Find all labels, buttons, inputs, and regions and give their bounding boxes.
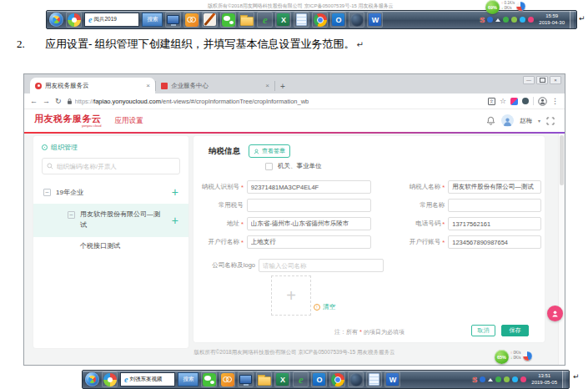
common-name-input[interactable]: [448, 199, 541, 212]
taskbar-search-button[interactable]: 搜索: [142, 13, 163, 27]
logo-upload-box[interactable]: +: [271, 275, 311, 316]
outlook-icon[interactable]: [330, 12, 346, 28]
word-icon[interactable]: [367, 12, 383, 28]
bell-icon[interactable]: [486, 116, 495, 125]
tray-expand-icon[interactable]: [495, 18, 500, 22]
close-button[interactable]: ×: [550, 76, 561, 84]
fullscreen-icon[interactable]: [546, 117, 555, 125]
tray-blue-icon[interactable]: [480, 376, 485, 382]
dark-planet-browser-icon[interactable]: [349, 12, 364, 28]
browser-speed-ball-icon[interactable]: [523, 351, 532, 361]
tree-node-19year[interactable]: − 19年企业 +: [33, 183, 188, 201]
bank-name-input[interactable]: [247, 235, 372, 249]
bookmark-star-icon[interactable]: ☆: [500, 98, 506, 105]
excel-icon[interactable]: [274, 371, 290, 387]
back-button[interactable]: ←: [30, 98, 38, 105]
folder-icon[interactable]: [256, 371, 272, 387]
forward-button[interactable]: →: [43, 98, 50, 105]
net-speed-widget-top[interactable]: 69% ↑ 0.1K/s ↓ 0K/s: [485, 0, 525, 14]
org-search-input[interactable]: [57, 163, 175, 170]
outlook-icon[interactable]: [311, 371, 327, 387]
restore-button[interactable]: [536, 76, 548, 84]
collapse-icon[interactable]: −: [68, 211, 75, 219]
translate-icon[interactable]: [488, 98, 495, 105]
customer-service-button[interactable]: [547, 306, 563, 321]
tab-tax-cloud[interactable]: 用友税务服务云 ×: [30, 78, 155, 93]
sogou-tray-icon[interactable]: [472, 376, 477, 384]
tray-green-icon[interactable]: [503, 17, 509, 23]
checkbox[interactable]: [265, 163, 273, 170]
windows-start-button[interactable]: [49, 13, 63, 27]
org-search-box[interactable]: [42, 158, 180, 174]
address-bar[interactable]: https://fapiao.yonyoucloud.com/ent-views…: [67, 98, 483, 105]
chrome-icon[interactable]: [312, 12, 328, 28]
computer-shield-icon[interactable]: [165, 12, 181, 28]
new-tab-button[interactable]: +: [280, 82, 285, 91]
tab-enterprise-center[interactable]: 企业服务中心 ×: [156, 78, 274, 93]
pen-app-icon[interactable]: [202, 12, 218, 28]
ie-green-icon[interactable]: e: [293, 371, 309, 387]
tray-blue2-icon[interactable]: [512, 376, 518, 382]
memory-percent-ball[interactable]: 69%: [485, 0, 500, 14]
chain-link-app-icon[interactable]: [183, 12, 199, 28]
clear-logo-action[interactable]: ! 清空: [314, 303, 335, 311]
taskbar-search-input[interactable]: [129, 376, 173, 382]
memory-percent-ball[interactable]: 65%: [495, 350, 509, 364]
tray-pink-icon[interactable]: [520, 376, 526, 382]
tray-pink-icon[interactable]: [528, 17, 534, 23]
add-org-icon[interactable]: +: [172, 186, 178, 198]
show-desktop-button[interactable]: [562, 371, 566, 388]
chevron-down-icon[interactable]: ▾: [538, 118, 540, 124]
user-name[interactable]: 赵梅: [520, 117, 532, 125]
nav-app-settings[interactable]: 应用设置: [115, 116, 143, 126]
tray-green2-icon[interactable]: [504, 376, 510, 382]
ie-search-box[interactable]: e: [84, 13, 139, 27]
excel-icon[interactable]: [275, 12, 291, 28]
save-button[interactable]: 保存: [501, 325, 529, 336]
extension-icon-dark[interactable]: [522, 98, 529, 104]
browser-menu-icon[interactable]: ⋮: [551, 98, 559, 105]
taxpayer-id-input[interactable]: [247, 180, 372, 194]
cancel-button[interactable]: 取消: [471, 325, 495, 336]
net-speed-widget-bottom[interactable]: 65% ↑ 0K/s ↓ 0K/s: [495, 350, 532, 364]
ie-green-icon[interactable]: e: [257, 12, 273, 28]
ie-search-box[interactable]: e: [120, 372, 175, 386]
tray-blue2-icon[interactable]: [520, 17, 525, 23]
sogou-tray-icon[interactable]: [480, 16, 485, 24]
profile-icon[interactable]: [538, 97, 547, 106]
wechat-icon[interactable]: [220, 12, 236, 28]
taxpayer-name-input[interactable]: [448, 180, 541, 194]
tab-close-icon[interactable]: ×: [146, 82, 150, 89]
folder-icon[interactable]: [239, 12, 254, 28]
extension-icon-colorful[interactable]: [510, 98, 518, 105]
notepad-icon[interactable]: [366, 371, 382, 387]
scrollbar-thumb[interactable]: [560, 135, 564, 185]
page-scrollbar[interactable]: [558, 134, 564, 365]
minimize-button[interactable]: —: [523, 76, 535, 84]
view-seal-button[interactable]: 查看签章: [249, 144, 290, 158]
wechat-icon[interactable]: [201, 371, 217, 387]
tray-green2-icon[interactable]: [511, 17, 517, 23]
chrome-icon[interactable]: [329, 371, 345, 387]
avatar[interactable]: [501, 114, 514, 127]
reload-button[interactable]: ↻: [55, 98, 62, 105]
collapse-icon[interactable]: −: [43, 189, 51, 196]
chain-link-app-icon[interactable]: [219, 371, 235, 387]
browser-swirl-icon[interactable]: [102, 371, 118, 387]
bank-account-input[interactable]: [448, 235, 541, 249]
taskbar-search-button[interactable]: 搜索: [178, 372, 199, 386]
tray-green-icon[interactable]: [495, 376, 501, 382]
windows-start-button[interactable]: [85, 372, 99, 386]
tree-node-yonyou-selected[interactable]: − 用友软件股份有限公司—测试 +: [33, 204, 188, 237]
company-logo-name-input[interactable]: [259, 259, 384, 272]
add-org-icon[interactable]: +: [172, 215, 178, 226]
notepad-icon[interactable]: [294, 12, 309, 28]
taskbar-search-input[interactable]: [93, 17, 137, 23]
tray-expand-icon[interactable]: [488, 378, 493, 381]
common-tax-no-input[interactable]: [247, 199, 372, 212]
browser-swirl-icon[interactable]: [66, 12, 82, 28]
tree-node-tax-test[interactable]: 个税接口测试: [33, 237, 188, 255]
tab-close-icon[interactable]: ×: [265, 82, 269, 89]
address-input[interactable]: [247, 217, 372, 230]
dark-planet-browser-icon[interactable]: [348, 371, 364, 387]
